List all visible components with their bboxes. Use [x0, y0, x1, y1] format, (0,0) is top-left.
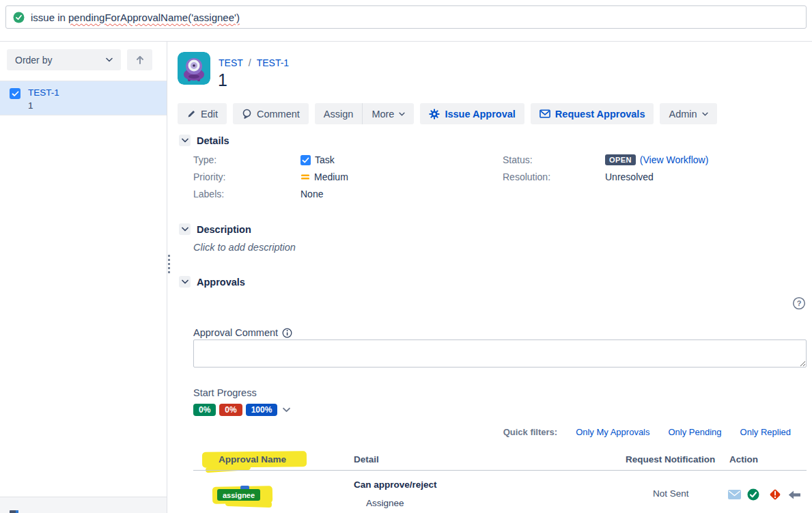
- field-row-type: Type: Task: [193, 154, 335, 165]
- arrow-up-icon: [136, 55, 144, 65]
- approval-name-badge: assignee: [217, 489, 260, 501]
- breadcrumb: TEST / TEST-1: [219, 57, 289, 68]
- priority-label: Priority:: [193, 171, 300, 182]
- issue-list-item-selected[interactable]: TEST-1 1: [0, 81, 167, 115]
- request-approvals-label: Request Approvals: [555, 109, 645, 120]
- jql-query-function: pendingForApprovalName('assignee'): [68, 12, 240, 23]
- breadcrumb-project-link[interactable]: TEST: [219, 57, 243, 68]
- comment-bubble-icon: [242, 109, 252, 119]
- progress-badge-pending[interactable]: 100%: [246, 404, 278, 416]
- approval-action-buttons: [728, 488, 801, 501]
- issue-item-text: TEST-1 1: [28, 87, 59, 115]
- assign-label: Assign: [324, 109, 354, 120]
- filter-only-my-approvals[interactable]: Only My Approvals: [576, 427, 649, 437]
- quick-filters-label: Quick filters:: [503, 427, 557, 437]
- admin-dropdown-button[interactable]: Admin: [660, 103, 716, 124]
- approval-comment-label: Approval Comment: [193, 327, 278, 338]
- issue-list-sidebar: Order by TEST-1 1: [0, 42, 167, 513]
- more-label: More: [372, 109, 394, 120]
- send-mail-icon[interactable]: [728, 490, 741, 499]
- progress-badges-row: 0% 0% 100%: [193, 404, 290, 416]
- jql-query-prefix: issue in: [31, 12, 68, 23]
- task-type-icon: [300, 155, 311, 165]
- field-row-labels: Labels: None: [193, 189, 323, 199]
- approvals-section-header: Approvals: [179, 276, 245, 288]
- labels-value: None: [300, 189, 323, 199]
- issue-item-summary: 1: [28, 100, 59, 111]
- table-header-rule: [193, 470, 807, 471]
- request-approvals-button[interactable]: Request Approvals: [531, 103, 654, 124]
- admin-label: Admin: [669, 109, 697, 120]
- column-header-action: Action: [729, 454, 758, 465]
- gear-icon: [429, 109, 440, 120]
- jql-valid-check-icon: [13, 12, 25, 23]
- more-dropdown-button[interactable]: More: [362, 103, 414, 124]
- approvals-heading: Approvals: [197, 277, 245, 288]
- quick-filters-row: Quick filters: Only My Approvals Only Pe…: [503, 427, 791, 437]
- jql-query-text: issue in pendingForApprovalName('assigne…: [31, 12, 240, 23]
- sort-direction-button[interactable]: [127, 49, 152, 70]
- chevron-down-icon: [399, 112, 405, 116]
- reject-exclamation-icon[interactable]: [768, 488, 782, 501]
- description-collapse-chevron-icon[interactable]: [179, 223, 191, 235]
- filter-only-pending[interactable]: Only Pending: [669, 427, 722, 437]
- add-description-placeholder[interactable]: Click to add description: [193, 242, 296, 253]
- issue-approval-label: Issue Approval: [445, 109, 515, 120]
- field-row-priority: Priority: Medium: [193, 171, 348, 182]
- edit-button[interactable]: Edit: [178, 103, 227, 124]
- start-progress-label: Start Progress: [193, 387, 257, 398]
- issue-checkbox[interactable]: [10, 88, 20, 99]
- issue-list: TEST-1 1: [0, 81, 167, 115]
- chevron-down-icon: [702, 112, 708, 116]
- field-row-resolution: Resolution: Unresolved: [503, 171, 654, 182]
- details-collapse-chevron-icon[interactable]: [179, 135, 191, 146]
- approval-comment-label-row: Approval Comment: [193, 327, 292, 338]
- svg-text:?: ?: [797, 299, 802, 307]
- comment-label: Comment: [257, 109, 300, 120]
- details-section-header: Details: [179, 135, 229, 146]
- sidebar-resize-handle[interactable]: [168, 255, 170, 273]
- chevron-down-icon: [106, 57, 113, 62]
- type-label: Type:: [193, 154, 300, 165]
- view-workflow-link[interactable]: (View Workflow): [640, 154, 709, 165]
- revert-arrow-icon[interactable]: [788, 490, 801, 499]
- column-header-detail: Detail: [354, 454, 379, 465]
- list-controls: Order by: [0, 42, 167, 70]
- edit-label: Edit: [201, 109, 218, 120]
- breadcrumb-separator: /: [249, 57, 251, 68]
- filter-only-replied[interactable]: Only Replied: [740, 427, 791, 437]
- chevron-down-icon[interactable]: [283, 407, 290, 413]
- issue-approval-button[interactable]: Issue Approval: [420, 103, 524, 124]
- order-by-label: Order by: [15, 55, 52, 66]
- column-header-approval-name: Approval Name: [219, 454, 286, 465]
- sidebar-footer: [0, 497, 167, 513]
- comment-button[interactable]: Comment: [233, 103, 309, 124]
- details-heading: Details: [197, 135, 229, 146]
- help-question-icon[interactable]: ?: [792, 296, 806, 310]
- jira-issue-page: issue in pendingForApprovalName('assigne…: [0, 0, 812, 513]
- breadcrumb-issue-link[interactable]: TEST-1: [257, 57, 289, 68]
- approve-check-icon[interactable]: [747, 488, 759, 501]
- type-value: Task: [315, 154, 335, 165]
- description-section-header: Description: [179, 223, 251, 235]
- jql-search-input[interactable]: issue in pendingForApprovalName('assigne…: [5, 5, 807, 29]
- resolution-value: Unresolved: [605, 171, 654, 182]
- yellow-highlight-assignee-tail: [225, 500, 272, 508]
- issue-item-key[interactable]: TEST-1: [28, 87, 59, 98]
- issue-title: 1: [218, 70, 227, 90]
- priority-value: Medium: [314, 171, 348, 182]
- pencil-icon: [186, 109, 196, 119]
- info-icon[interactable]: [282, 328, 292, 338]
- description-heading: Description: [197, 224, 251, 235]
- approvals-collapse-chevron-icon[interactable]: [179, 276, 191, 288]
- assign-button[interactable]: Assign: [315, 103, 363, 124]
- issue-toolbar: Edit Comment Assign More: [178, 103, 717, 124]
- order-by-dropdown[interactable]: Order by: [7, 49, 121, 70]
- progress-badge-rejected[interactable]: 0%: [219, 404, 242, 416]
- progress-badge-approved[interactable]: 0%: [193, 404, 216, 416]
- approval-detail-approver: Assignee: [366, 498, 404, 508]
- assign-more-button-group: Assign More: [315, 103, 415, 124]
- field-row-status: Status: OPEN (View Workflow): [503, 154, 708, 165]
- pagination-icon-partial: [10, 510, 18, 513]
- approval-comment-textarea[interactable]: [193, 339, 807, 368]
